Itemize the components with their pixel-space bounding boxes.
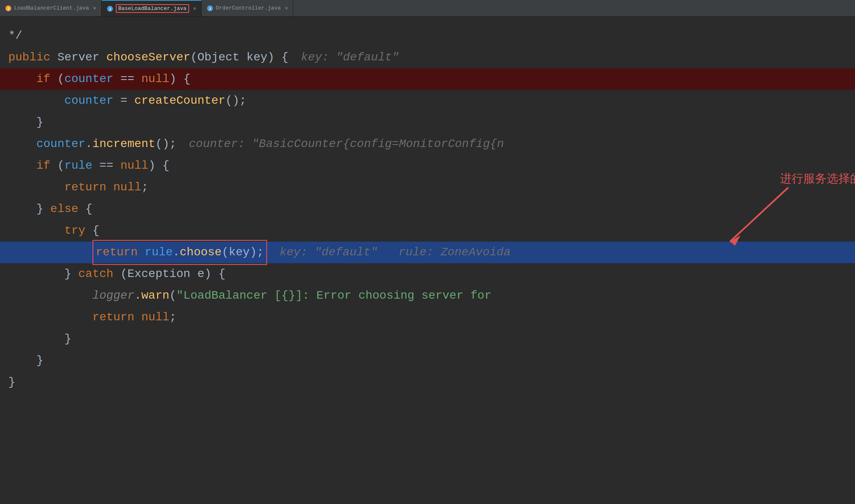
code-string: "LoadBalancer [{}]: Error choosing serve…: [176, 285, 491, 307]
code-brace5: {: [92, 220, 100, 242]
code-var-counter: counter: [64, 68, 113, 90]
code-method-name: chooseServer: [106, 47, 190, 68]
code-kw-catch: catch: [78, 263, 113, 285]
code-choose: choose: [180, 246, 222, 259]
code-kw-null: null: [141, 68, 169, 90]
code-line-increment: counter.increment(); counter: "BasicCoun…: [0, 133, 855, 155]
code-line-method-sig: public Server chooseServer(Object key) {…: [0, 47, 855, 68]
code-paren6: (: [58, 155, 65, 177]
code-dot2: .: [173, 246, 180, 259]
code-parens4: ();: [225, 90, 246, 112]
code-assign: =: [120, 90, 128, 112]
code-text: }: [0, 112, 43, 133]
tab-loadbalancerclient[interactable]: J LoadBalancerClient.java ✕: [0, 0, 102, 16]
code-kw-if: if: [36, 68, 50, 90]
java-icon-active: J: [107, 5, 113, 12]
code-text: counter.increment(); counter: "BasicCoun…: [0, 133, 504, 155]
code-close-brace4: }: [64, 328, 71, 350]
code-text: if (rule == null) {: [0, 155, 170, 177]
annotation-arrow: [697, 175, 822, 258]
code-counter-assign: counter: [64, 90, 113, 112]
code-dot: .: [85, 133, 92, 155]
code-parens7: );: [250, 246, 264, 259]
svg-text:J: J: [209, 7, 211, 11]
code-text: try {: [0, 220, 99, 242]
code-editor: */ public Server chooseServer(Object key…: [0, 17, 855, 504]
code-text: if (counter == null) {: [0, 68, 190, 90]
code-dot3: .: [134, 285, 141, 307]
annotation-text: 进行服务选择的是这个rule: [780, 171, 855, 187]
code-warn: warn: [141, 285, 169, 307]
tab-active-label-box: BaseLoadBalancer.java: [116, 4, 189, 13]
code-text: logger.warn("LoadBalancer [{}]: Error ch…: [0, 285, 491, 307]
svg-text:J: J: [7, 7, 9, 11]
code-text: }: [0, 350, 43, 372]
code-kw-null2: null: [120, 155, 148, 177]
code-kw-else: else: [50, 198, 78, 220]
code-exception-var: e: [198, 263, 205, 285]
code-paren: (: [190, 47, 198, 68]
annotation-chinese: 进行服务选择的是这个: [780, 173, 855, 186]
code-kw-null4: null: [141, 307, 169, 328]
return-rule-box: return rule.choose(key);: [92, 240, 267, 265]
code-eq-eq2: ==: [99, 155, 113, 177]
tab-bar: J LoadBalancerClient.java ✕ J BaseLoadBa…: [0, 0, 855, 17]
code-semi2: ;: [170, 307, 177, 328]
code-rule-var2: rule: [145, 246, 172, 259]
tab-ordercontroller[interactable]: J OrderController.java ✕: [202, 0, 293, 16]
svg-text:J: J: [109, 7, 111, 12]
code-text: return null;: [0, 177, 148, 198]
code-text: public Server chooseServer(Object key) {…: [0, 47, 399, 68]
code-param-key: key: [246, 47, 267, 68]
code-line-close-brace1: }: [0, 112, 855, 133]
java-icon-3: J: [207, 5, 213, 12]
code-increment: increment: [92, 133, 155, 155]
code-keyword-public: public: [8, 47, 50, 68]
code-line-logger: logger.warn("LoadBalancer [{}]: Error ch…: [0, 285, 855, 307]
code-brace6: {: [218, 263, 225, 285]
code-semi: ;: [141, 177, 148, 198]
java-icon: J: [5, 5, 12, 12]
code-line-if-counter: if (counter == null) {: [0, 68, 855, 90]
code-text: */: [0, 25, 22, 47]
code-close-brace2: }: [36, 198, 43, 220]
code-counter2: counter: [36, 133, 85, 155]
code-type-object: Object: [198, 47, 240, 68]
code-close-brace3: }: [64, 263, 71, 285]
code-text: }: [0, 372, 15, 393]
tab-label: LoadBalancerClient.java: [14, 5, 89, 11]
code-paren8: (: [120, 263, 128, 285]
code-line-create-counter: counter = createCounter();: [0, 90, 855, 112]
code-kw-return2: return: [96, 246, 138, 259]
code-text: return null;: [0, 307, 176, 328]
code-hint-rule: key: "default" rule: ZoneAvoida: [280, 242, 511, 263]
code-logger: logger: [92, 285, 135, 307]
code-line-close-else: }: [0, 350, 855, 372]
code-brace-open: {: [281, 47, 288, 68]
code-paren3: ): [170, 68, 177, 90]
code-paren-close: ): [268, 47, 275, 68]
code-parens5: ();: [155, 133, 176, 155]
code-text: } catch (Exception e) {: [0, 263, 225, 285]
code-parens6: (: [222, 246, 229, 259]
code-line-if-rule: if (rule == null) {: [0, 155, 855, 177]
code-span: */: [8, 25, 22, 47]
code-hint-key: key: "default": [301, 47, 399, 68]
code-exception-type: Exception: [128, 263, 190, 285]
tab-close-3-icon[interactable]: ✕: [285, 5, 288, 11]
tab-baseloadbalancer[interactable]: J BaseLoadBalancer.java ✕: [102, 0, 202, 16]
code-brace4: {: [85, 198, 92, 220]
code-line-close-catch: }: [0, 328, 855, 350]
code-line-comment: */: [0, 25, 855, 47]
tab-close-icon[interactable]: ✕: [93, 5, 96, 11]
code-kw-try: try: [64, 220, 85, 242]
code-create-counter: createCounter: [134, 90, 225, 112]
tab-close-active-icon[interactable]: ✕: [193, 5, 196, 12]
code-close-brace5: }: [36, 350, 43, 372]
code-line-catch: } catch (Exception e) {: [0, 263, 855, 285]
code-brace-close1: }: [36, 112, 43, 133]
tab-label-3: OrderController.java: [216, 5, 281, 11]
code-close-brace6: }: [8, 372, 15, 393]
code-line-return-null2: return null;: [0, 307, 855, 328]
code-kw-null3: null: [113, 177, 141, 198]
